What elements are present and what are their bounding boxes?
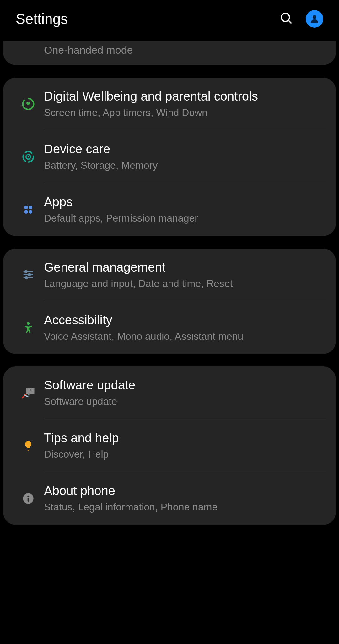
header-actions xyxy=(279,10,323,28)
svg-rect-24 xyxy=(28,498,29,502)
list-item-tips-help[interactable]: Tips and help Discover, Help xyxy=(3,419,336,472)
svg-rect-21 xyxy=(28,450,29,450)
list-item-title: Accessibility xyxy=(44,312,320,328)
wellbeing-icon xyxy=(13,97,44,111)
list-item-wellbeing[interactable]: Digital Wellbeing and parental controls … xyxy=(3,78,336,130)
list-item-text: Accessibility Voice Assistant, Mono audi… xyxy=(44,312,326,343)
settings-card: ! Software update Software update Tips a… xyxy=(3,366,336,525)
list-item-about-phone[interactable]: About phone Status, Legal information, P… xyxy=(3,472,336,525)
svg-point-23 xyxy=(27,496,29,497)
svg-point-14 xyxy=(29,274,30,276)
list-item-subtitle: Screen time, App timers, Wind Down xyxy=(44,106,320,119)
svg-point-6 xyxy=(28,156,29,157)
svg-point-10 xyxy=(29,210,32,214)
lightbulb-icon xyxy=(13,439,44,452)
list-item-text: General management Language and input, D… xyxy=(44,259,326,290)
page-title: Settings xyxy=(16,10,279,27)
list-item-text: Digital Wellbeing and parental controls … xyxy=(44,88,326,119)
list-item-title: Apps xyxy=(44,194,320,210)
svg-rect-20 xyxy=(27,449,30,449)
svg-point-7 xyxy=(24,206,28,209)
sliders-icon xyxy=(13,267,44,282)
accessibility-icon xyxy=(13,321,44,334)
list-item-subtitle: Voice Assistant, Mono audio, Assistant m… xyxy=(44,330,320,343)
svg-point-9 xyxy=(24,210,28,214)
list-item-partial[interactable]: One-handed mode xyxy=(3,41,336,65)
settings-card-partial: One-handed mode xyxy=(3,41,336,65)
device-care-icon xyxy=(13,150,44,164)
info-icon xyxy=(13,492,44,505)
svg-point-0 xyxy=(281,13,289,21)
list-item-apps[interactable]: Apps Default apps, Permission manager xyxy=(3,183,336,236)
svg-point-2 xyxy=(313,15,316,19)
list-item-accessibility[interactable]: Accessibility Voice Assistant, Mono audi… xyxy=(3,301,336,354)
svg-point-16 xyxy=(25,277,27,279)
svg-point-12 xyxy=(25,271,27,273)
list-item-text: Device care Battery, Storage, Memory xyxy=(44,141,326,172)
app-header: Settings xyxy=(0,0,339,38)
list-item-title: Digital Wellbeing and parental controls xyxy=(44,88,320,104)
list-item-text: About phone Status, Legal information, P… xyxy=(44,483,326,514)
list-item-device-care[interactable]: Device care Battery, Storage, Memory xyxy=(3,130,336,183)
list-item-software-update[interactable]: ! Software update Software update xyxy=(3,366,336,419)
svg-point-8 xyxy=(29,206,32,209)
list-item-title: Tips and help xyxy=(44,430,320,446)
list-item-subtitle: Battery, Storage, Memory xyxy=(44,159,320,172)
list-item-subtitle: One-handed mode xyxy=(44,44,133,56)
software-update-icon: ! xyxy=(13,385,44,401)
search-icon[interactable] xyxy=(279,11,293,26)
svg-line-1 xyxy=(288,20,291,23)
list-item-text: Software update Software update xyxy=(44,377,326,408)
list-item-title: Device care xyxy=(44,141,320,157)
list-item-subtitle: Default apps, Permission manager xyxy=(44,212,320,225)
list-item-subtitle: Software update xyxy=(44,395,320,408)
list-item-text: Apps Default apps, Permission manager xyxy=(44,194,326,225)
list-item-title: General management xyxy=(44,259,320,275)
list-item-subtitle: Discover, Help xyxy=(44,448,320,461)
svg-text:!: ! xyxy=(30,388,31,393)
list-item-subtitle: Status, Legal information, Phone name xyxy=(44,500,320,514)
settings-card: Digital Wellbeing and parental controls … xyxy=(3,78,336,236)
list-item-title: Software update xyxy=(44,377,320,393)
list-item-text: Tips and help Discover, Help xyxy=(44,430,326,461)
list-item-general-management[interactable]: General management Language and input, D… xyxy=(3,249,336,301)
apps-icon xyxy=(13,203,44,216)
svg-point-17 xyxy=(27,322,30,325)
list-item-title: About phone xyxy=(44,483,320,498)
account-icon[interactable] xyxy=(306,10,323,28)
list-item-subtitle: Language and input, Date and time, Reset xyxy=(44,277,320,290)
settings-card: General management Language and input, D… xyxy=(3,249,336,354)
